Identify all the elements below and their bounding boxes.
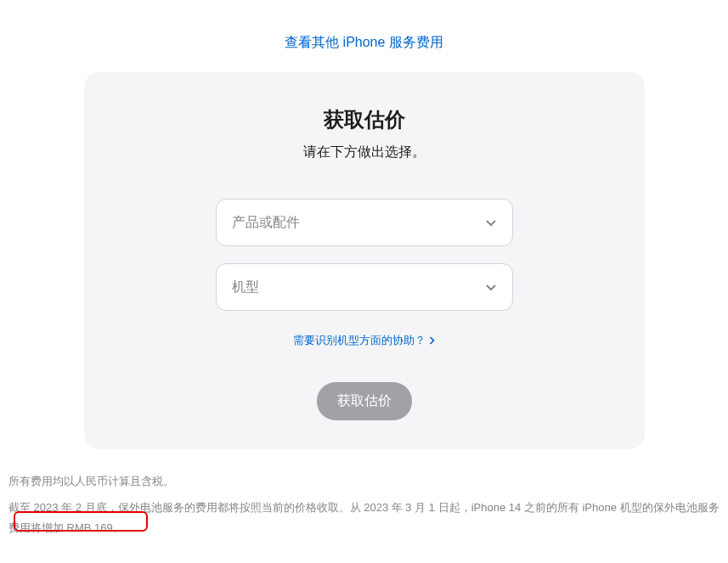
- model-select[interactable]: 机型: [216, 263, 513, 311]
- product-select-wrapper: 产品或配件: [216, 199, 513, 246]
- submit-row: 获取估价: [118, 382, 611, 420]
- chevron-down-icon: [485, 217, 497, 228]
- card-subtitle: 请在下方做出选择。: [118, 144, 611, 161]
- model-select-wrapper: 机型: [216, 263, 513, 311]
- get-estimate-button[interactable]: 获取估价: [317, 382, 412, 420]
- card-title: 获取估价: [118, 106, 611, 133]
- footnote-price-change: 截至 2023 年 2 月底，保外电池服务的费用都将按照当前的价格收取。从 20…: [8, 498, 720, 538]
- top-link-container: 查看其他 iPhone 服务费用: [0, 0, 728, 72]
- identify-model-help-link[interactable]: 需要识别机型方面的协助？: [293, 333, 435, 348]
- footnotes: 所有费用均以人民币计算且含税。 截至 2023 年 2 月底，保外电池服务的费用…: [0, 449, 728, 538]
- product-select[interactable]: 产品或配件: [216, 199, 513, 246]
- model-select-placeholder: 机型: [232, 279, 259, 296]
- chevron-right-icon: [429, 336, 435, 345]
- footnote-tax: 所有费用均以人民币计算且含税。: [8, 471, 720, 491]
- other-services-link[interactable]: 查看其他 iPhone 服务费用: [285, 35, 443, 49]
- estimate-card: 获取估价 请在下方做出选择。 产品或配件 机型 需要识别机型方面的协助？ 获取估…: [84, 72, 645, 449]
- chevron-down-icon: [485, 281, 497, 293]
- product-select-placeholder: 产品或配件: [232, 214, 300, 232]
- help-link-label: 需要识别机型方面的协助？: [293, 333, 426, 348]
